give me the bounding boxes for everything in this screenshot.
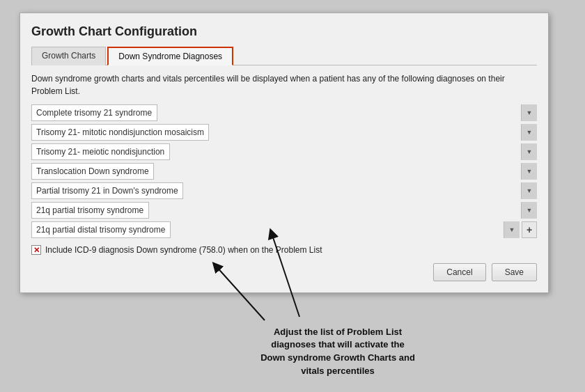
dropdown-wrapper-2: Trisomy 21- meiotic nondisjunction — [31, 143, 537, 160]
description-text: Down syndrome growth charts and vitals p… — [31, 72, 537, 97]
dropdown-wrapper-5: 21q partial trisomy syndrome — [31, 202, 537, 219]
dropdown-select-2[interactable]: Trisomy 21- meiotic nondisjunction — [31, 143, 170, 160]
tabs-row: Growth Charts Down Syndrome Diagnoses — [31, 46, 537, 65]
button-row: Cancel Save — [31, 263, 537, 281]
dropdown-row-6: 21q partial distal trisomy syndrome + — [31, 221, 537, 238]
save-button[interactable]: Save — [492, 263, 537, 281]
dropdown-select-4[interactable]: Partial trisomy 21 in Down's syndrome — [31, 182, 183, 199]
dropdown-select-1[interactable]: Trisomy 21- mitotic nondisjunction mosai… — [31, 124, 209, 141]
dropdown-wrapper-3: Translocation Down syndrome — [31, 163, 537, 180]
dropdown-list: Complete trisomy 21 syndrome Trisomy 21-… — [31, 104, 537, 238]
annotation-text: Adjust the list of Problem List diagnose… — [258, 326, 418, 378]
dropdown-row-2: Trisomy 21- meiotic nondisjunction — [31, 143, 537, 160]
dropdown-row-1: Trisomy 21- mitotic nondisjunction mosai… — [31, 124, 537, 141]
dropdown-select-6[interactable]: 21q partial distal trisomy syndrome — [31, 221, 171, 238]
dialog: Growth Chart Configuration Growth Charts… — [20, 13, 549, 293]
dropdown-wrapper-4: Partial trisomy 21 in Down's syndrome — [31, 182, 537, 199]
dropdown-row-5: 21q partial trisomy syndrome — [31, 202, 537, 219]
tab-growth-charts[interactable]: Growth Charts — [31, 47, 106, 65]
checkbox-label: Include ICD-9 diagnosis Down syndrome (7… — [45, 245, 322, 255]
dropdown-wrapper-1: Trisomy 21- mitotic nondisjunction mosai… — [31, 124, 537, 141]
dropdown-select-3[interactable]: Translocation Down syndrome — [31, 163, 154, 180]
checkbox-row: ✕ Include ICD-9 diagnosis Down syndrome … — [31, 245, 537, 255]
icd9-checkbox[interactable]: ✕ — [31, 245, 41, 255]
dropdown-row-4: Partial trisomy 21 in Down's syndrome — [31, 182, 537, 199]
dropdown-row-0: Complete trisomy 21 syndrome — [31, 104, 537, 121]
dropdown-select-0[interactable]: Complete trisomy 21 syndrome — [31, 104, 157, 121]
dialog-title: Growth Chart Configuration — [31, 24, 537, 39]
tab-down-syndrome[interactable]: Down Syndrome Diagnoses — [107, 47, 233, 65]
add-diagnosis-button[interactable]: + — [522, 221, 537, 238]
dropdown-wrapper-0: Complete trisomy 21 syndrome — [31, 104, 537, 121]
cancel-button[interactable]: Cancel — [433, 263, 485, 281]
dropdown-select-5[interactable]: 21q partial trisomy syndrome — [31, 202, 149, 219]
dropdown-row-3: Translocation Down syndrome — [31, 163, 537, 180]
dropdown-wrapper-6: 21q partial distal trisomy syndrome — [31, 221, 520, 238]
